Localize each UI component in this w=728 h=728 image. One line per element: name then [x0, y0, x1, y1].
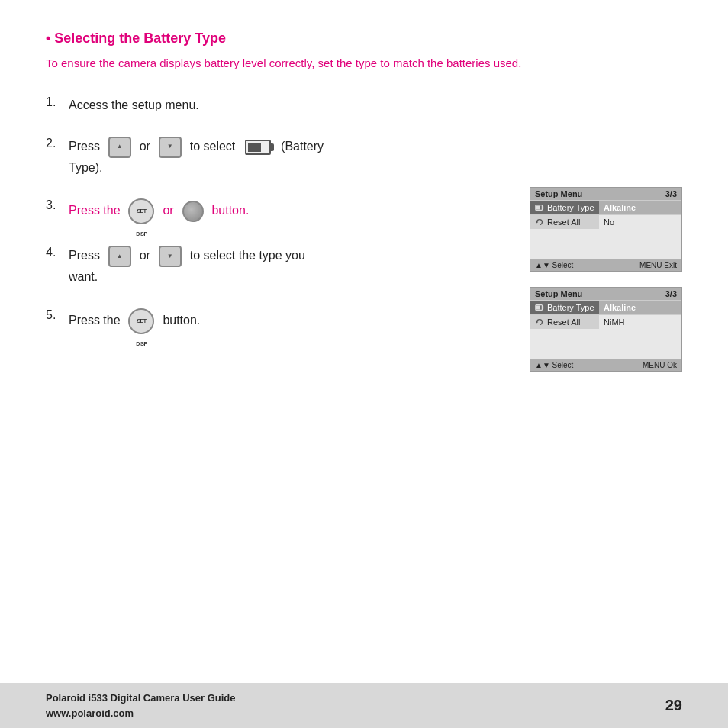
step-body-1: Access the setup menu.	[69, 95, 199, 115]
down-arrow-button: ▼	[159, 137, 182, 158]
battery-icon	[245, 140, 271, 155]
steps-list: 1. Access the setup menu. 2. Press ▲ or …	[46, 95, 507, 372]
menu-spacer-2	[530, 329, 681, 359]
menu-right-1-2: No	[599, 215, 681, 229]
footer-left: Polaroid i533 Digital Camera User Guide …	[46, 691, 236, 720]
footer: Polaroid i533 Digital Camera User Guide …	[0, 683, 728, 728]
menu-item-label-2-2: Reset All	[547, 317, 580, 327]
svg-rect-5	[542, 306, 543, 308]
section-title: Selecting the Battery Type	[46, 31, 682, 47]
step-num-4: 4.	[46, 246, 69, 259]
menu-footer-1: ▲▼ Select MENU Exit	[530, 259, 681, 271]
svg-rect-1	[542, 206, 543, 208]
steps-area: 1. Access the setup menu. 2. Press ▲ or …	[46, 95, 682, 372]
menu-row-2-1: Battery Type Alkaline	[530, 300, 681, 314]
menu-title-1: Setup Menu	[535, 189, 582, 198]
battery-menu-icon-2	[535, 303, 544, 312]
step-num-2: 2.	[46, 137, 69, 150]
menus-area: Setup Menu 3/3 Battery Type Alkal	[530, 187, 682, 372]
menu-row-2-2: Reset All NiMH	[530, 314, 681, 329]
down-arrow-button-2: ▼	[159, 246, 182, 267]
step-num-5: 5.	[46, 308, 69, 322]
battery-menu-icon-1	[535, 203, 544, 212]
svg-rect-6	[536, 305, 540, 309]
menu-right-1-1: Alkaline	[599, 201, 681, 214]
menu-page-2: 3/3	[665, 289, 677, 298]
menu-left-2-1: Battery Type	[530, 301, 599, 314]
menu-page-1: 3/3	[665, 189, 677, 198]
joy-button	[182, 201, 204, 222]
content-area: Selecting the Battery Type To ensure the…	[0, 0, 728, 683]
menu-right-2-1: Alkaline	[599, 301, 681, 314]
step-1: 1. Access the setup menu.	[46, 95, 507, 115]
set-disp-button-1: SETDISP	[128, 198, 154, 224]
menu-item-label-1-2: Reset All	[547, 217, 580, 227]
menu-footer-select-1: ▲▼ Select	[535, 261, 573, 269]
subtitle: To ensure the camera displays battery le…	[46, 54, 682, 72]
menu-footer-2: ▲▼ Select MENU Ok	[530, 359, 681, 371]
footer-page-num: 29	[665, 697, 682, 714]
step-3: 3. Press the SETDISP or button.	[46, 198, 507, 224]
menu-title-2: Setup Menu	[535, 289, 582, 298]
footer-title: Polaroid i533 Digital Camera User Guide	[46, 691, 236, 706]
menu-footer-select-2: ▲▼ Select	[535, 361, 573, 369]
menu-left-2-2: Reset All	[530, 315, 599, 329]
step-5: 5. Press the SETDISP button.	[46, 308, 507, 334]
step-4: 4. Press ▲ or ▼ to select the type youwa…	[46, 246, 507, 287]
up-arrow-button-2: ▲	[108, 246, 131, 267]
set-disp-button-2: SETDISP	[128, 308, 154, 334]
menu-left-1-1: Battery Type	[530, 201, 599, 214]
step-body-3: Press the SETDISP or button.	[69, 198, 249, 224]
menu-box-1: Setup Menu 3/3 Battery Type Alkal	[530, 187, 682, 272]
reset-menu-icon-2	[535, 317, 544, 327]
menu-header-1: Setup Menu 3/3	[530, 188, 681, 200]
step-num-3: 3.	[46, 198, 69, 212]
menu-header-2: Setup Menu 3/3	[530, 288, 681, 300]
step-body-2: Press ▲ or ▼ to select (BatteryType).	[69, 137, 324, 178]
menu-box-2: Setup Menu 3/3 Battery Type Alkal	[530, 287, 682, 372]
step-body-4: Press ▲ or ▼ to select the type youwant.	[69, 246, 305, 287]
menu-item-label-1-1: Battery Type	[547, 203, 594, 212]
footer-url: www.polaroid.com	[46, 706, 236, 721]
step-2: 2. Press ▲ or ▼ to select (BatteryType).	[46, 137, 507, 178]
menu-left-1-2: Reset All	[530, 215, 599, 229]
menu-item-label-2-1: Battery Type	[547, 303, 594, 312]
menu-row-1-1: Battery Type Alkaline	[530, 200, 681, 214]
menu-spacer-1	[530, 229, 681, 259]
page: Selecting the Battery Type To ensure the…	[0, 0, 728, 728]
step-body-5: Press the SETDISP button.	[69, 308, 200, 334]
menu-footer-ok-2: MENU Ok	[643, 361, 677, 369]
step-num-1: 1.	[46, 95, 69, 109]
svg-rect-2	[536, 205, 540, 209]
up-arrow-button: ▲	[108, 137, 131, 158]
menu-row-1-2: Reset All No	[530, 214, 681, 229]
menu-right-2-2: NiMH	[599, 315, 681, 329]
reset-menu-icon-1	[535, 217, 544, 227]
menu-footer-exit-1: MENU Exit	[639, 261, 677, 269]
